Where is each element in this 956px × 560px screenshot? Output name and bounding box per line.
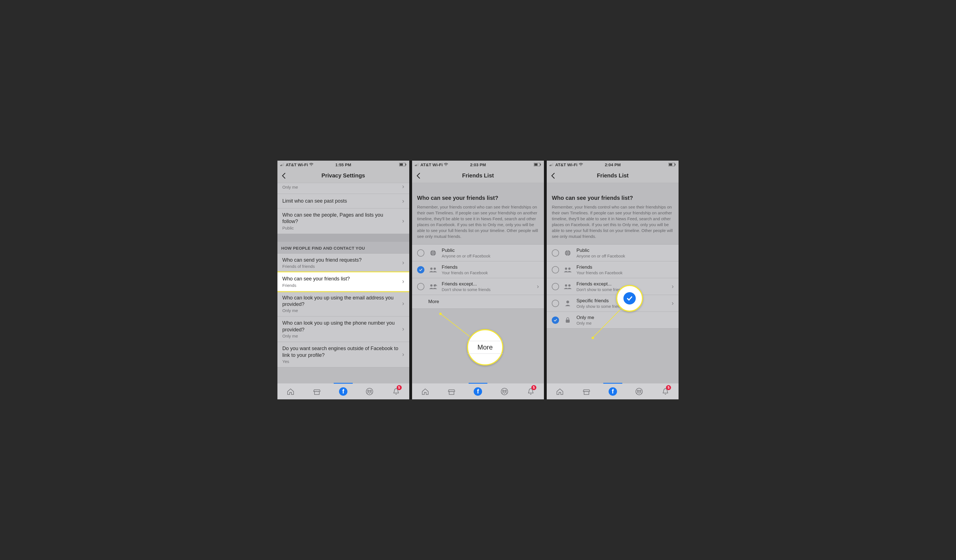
description-block: Who can see your friends list? Remember,… xyxy=(547,190,679,245)
tab-groups[interactable] xyxy=(491,383,517,399)
svg-point-33 xyxy=(580,165,581,166)
wifi-icon xyxy=(309,163,313,166)
tab-home[interactable] xyxy=(412,383,439,399)
setting-row-friend-requests[interactable]: Who can send you friend requests? Friend… xyxy=(277,254,409,272)
tab-bar: f 5 xyxy=(277,383,409,399)
facebook-logo-icon: f xyxy=(339,387,347,396)
option-friends[interactable]: Friends Your friends on Facebook xyxy=(547,261,679,278)
groups-icon xyxy=(365,387,374,396)
back-button[interactable] xyxy=(547,169,559,182)
svg-rect-32 xyxy=(553,163,553,166)
page-header: Friends List xyxy=(547,168,679,183)
radio-unchecked xyxy=(417,283,425,290)
battery-icon xyxy=(668,162,676,167)
tab-home[interactable] xyxy=(547,383,573,399)
svg-rect-29 xyxy=(550,165,550,166)
description-block: Who can see your friends list? Remember,… xyxy=(412,190,544,245)
chevron-right-icon: › xyxy=(400,218,404,225)
callout-anchor-dot xyxy=(591,337,594,339)
page-header: Friends List xyxy=(412,168,544,183)
svg-point-8 xyxy=(366,388,373,395)
chevron-right-icon: › xyxy=(400,325,404,333)
setting-row-phone-lookup[interactable]: Who can look you up using the phone numb… xyxy=(277,317,409,342)
setting-row-limit-past[interactable]: Limit who can see past posts › xyxy=(277,194,409,209)
battery-icon xyxy=(399,162,406,167)
tab-notifications[interactable]: 5 xyxy=(517,383,544,399)
status-bar: AT&T Wi-Fi 2:04 PM xyxy=(547,161,679,168)
home-icon xyxy=(556,387,564,396)
more-label: More xyxy=(428,299,439,304)
tab-facebook[interactable]: f xyxy=(330,383,356,399)
description-text: Remember, your friends control who can s… xyxy=(417,204,539,239)
svg-point-15 xyxy=(446,165,447,166)
svg-point-27 xyxy=(503,390,504,392)
chevron-right-icon: › xyxy=(400,351,404,358)
svg-point-42 xyxy=(566,301,569,303)
back-button[interactable] xyxy=(277,169,290,182)
row-title: Who can see the people, Pages and lists … xyxy=(283,212,400,225)
option-friends[interactable]: Friends Your friends on Facebook xyxy=(412,261,544,278)
status-bar: AT&T Wi-Fi 1:55 PM xyxy=(277,161,409,168)
globe-icon xyxy=(428,249,438,257)
tab-facebook[interactable]: f xyxy=(465,383,491,399)
marketplace-icon xyxy=(447,387,456,396)
page-title: Friends List xyxy=(547,173,679,179)
battery-icon xyxy=(534,162,541,167)
svg-point-38 xyxy=(565,268,567,270)
section-header: HOW PEOPLE FIND AND CONTACT YOU xyxy=(277,242,409,254)
option-friends-except[interactable]: Friends except... Don't show to some fri… xyxy=(412,278,544,295)
radio-unchecked xyxy=(417,249,425,257)
description-text: Remember, your friends control who can s… xyxy=(552,204,673,239)
option-more[interactable]: More xyxy=(412,295,544,309)
setting-row-follow[interactable]: Who can see the people, Pages and lists … xyxy=(277,209,409,234)
option-public[interactable]: Public Anyone on or off Facebook xyxy=(547,245,679,261)
svg-rect-13 xyxy=(417,164,418,166)
friends-except-icon xyxy=(563,283,572,290)
option-only-me[interactable]: Only me Only me xyxy=(547,312,679,329)
check-icon xyxy=(626,295,633,302)
setting-row-friends-list[interactable]: Who can see your friends list? Friends › xyxy=(277,272,409,291)
carrier-label: AT&T Wi-Fi xyxy=(420,162,443,167)
chevron-right-icon: › xyxy=(400,183,404,190)
callout-more: More xyxy=(467,329,503,365)
tab-home[interactable] xyxy=(277,383,304,399)
option-public[interactable]: Public Anyone on or off Facebook xyxy=(412,245,544,261)
callout-checked xyxy=(616,285,643,312)
notification-badge: 5 xyxy=(397,385,402,390)
setting-row-partial[interactable]: Only me › xyxy=(277,183,409,194)
svg-rect-35 xyxy=(675,164,676,165)
svg-rect-2 xyxy=(282,164,283,166)
wifi-icon xyxy=(444,163,448,166)
setting-row-search-engines[interactable]: Do you want search engines outside of Fa… xyxy=(277,342,409,367)
tab-notifications[interactable]: 5 xyxy=(383,383,409,399)
tab-marketplace[interactable] xyxy=(304,383,330,399)
clock: 2:04 PM xyxy=(592,162,634,167)
description-title: Who can see your friends list? xyxy=(552,195,673,201)
page-title: Privacy Settings xyxy=(277,173,409,179)
groups-icon xyxy=(635,387,643,396)
svg-rect-14 xyxy=(418,163,418,166)
option-friends-except[interactable]: Friends except... Don't show to some fri… xyxy=(547,278,679,295)
back-button[interactable] xyxy=(412,169,425,182)
svg-rect-1 xyxy=(281,165,282,166)
setting-row-email-lookup[interactable]: Who can look you up using the email addr… xyxy=(277,291,409,317)
signal-icon xyxy=(550,163,554,166)
tab-marketplace[interactable] xyxy=(573,383,599,399)
carrier-label: AT&T Wi-Fi xyxy=(555,162,577,167)
tab-notifications[interactable]: 5 xyxy=(652,383,679,399)
row-title: Limit who can see past posts xyxy=(283,198,400,204)
tab-facebook[interactable]: f xyxy=(600,383,626,399)
option-specific-friends[interactable]: Specific friends Only show to some frien… xyxy=(547,295,679,312)
home-icon xyxy=(286,387,295,396)
tab-groups[interactable] xyxy=(356,383,383,399)
tab-bar: f 5 xyxy=(412,383,544,399)
tab-marketplace[interactable] xyxy=(439,383,465,399)
tab-groups[interactable] xyxy=(626,383,652,399)
svg-rect-3 xyxy=(283,163,284,166)
signal-icon xyxy=(280,163,285,166)
lock-icon xyxy=(563,316,572,324)
svg-rect-31 xyxy=(552,164,552,166)
home-icon xyxy=(421,387,429,396)
radio-checked xyxy=(417,266,425,273)
page-header: Privacy Settings xyxy=(277,168,409,183)
